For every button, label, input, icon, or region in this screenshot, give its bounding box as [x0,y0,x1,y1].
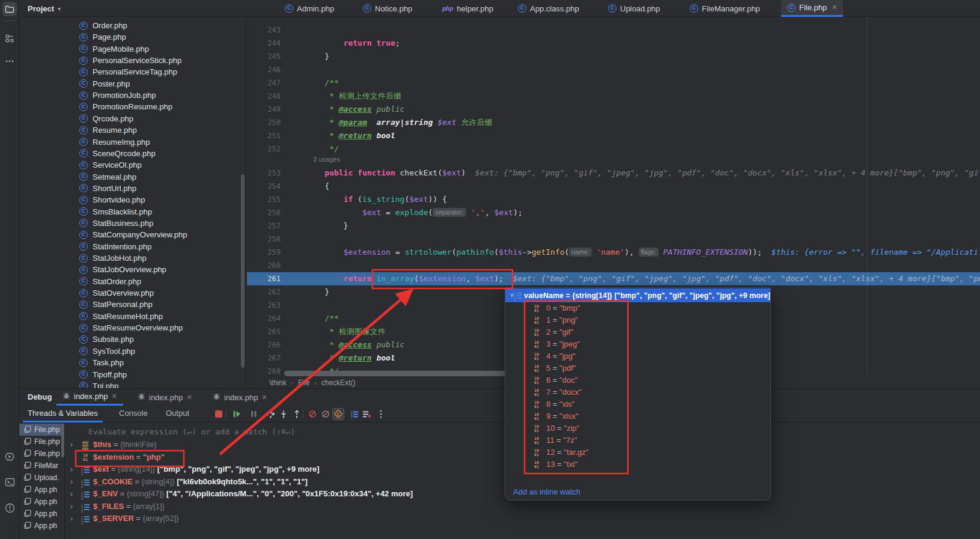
popup-item-4[interactable]: 10014 = "jpg" [505,351,770,363]
variable-row-_FILES[interactable]: ›123$_FILES = {array[1]} [65,501,980,513]
tree-item-statintention-php[interactable]: CStatIntention.php [19,241,246,252]
frames-scrollbar[interactable] [61,424,64,457]
popup-item-10[interactable]: 100110 = "zip" [505,423,770,435]
chevron-right-icon[interactable]: › [70,440,73,449]
frame-row-1[interactable]: File.php [19,424,64,436]
frame-row-6[interactable]: App.ph [19,484,64,496]
more-options-icon[interactable] [375,408,387,420]
breadcrumb-item[interactable]: checkExt() [321,379,356,387]
tree-item-serviceol-php[interactable]: CServiceOl.php [19,159,246,171]
run-debug-icon[interactable] [2,449,17,464]
project-folder-icon[interactable] [2,2,17,16]
popup-item-8[interactable]: 10018 = "xls" [505,399,770,411]
tree-item-subsite-php[interactable]: CSubsite.php [19,333,246,345]
tab-filemanager-php[interactable]: CFileManager.php [684,0,766,17]
tree-item-sceneqrcode-php[interactable]: CSceneQrcode.php [19,148,246,159]
tree-item-personalservicetag-php[interactable]: CPersonalServiceTag.php [19,66,246,78]
structure-icon[interactable] [2,31,17,46]
tab-helper-php[interactable]: phphelper.php [436,0,499,17]
close-icon[interactable]: ✕ [832,4,837,11]
tab-app-class-php[interactable]: CApp.class.php [512,0,585,17]
debug-session-tab-1[interactable]: index.php✕ [56,389,123,406]
code-line-257[interactable]: 257 } [247,219,980,233]
code-line-248[interactable]: 248 * 检测上传文件后缀 [247,90,980,103]
tree-item-statbusiness-php[interactable]: CStatBusiness.php [19,218,246,229]
step-out-icon[interactable] [291,408,303,420]
code-line-258[interactable]: 258 [247,233,980,246]
debug-session-tab-3[interactable]: index.php✕ [207,389,273,406]
tree-item-page-php[interactable]: CPage.php [19,31,246,43]
tab-upload-php[interactable]: CUpload.php [602,0,666,17]
code-line-259[interactable]: 259 $extension = strtolower(pathinfo($th… [247,246,980,259]
popup-header-row[interactable]: ˅ 123 valueName = {string[14]} ["bmp", "… [505,288,770,302]
tree-item-task-php[interactable]: CTask.php [19,357,246,368]
tree-item-shortvideo-php[interactable]: CShortvideo.php [19,194,246,206]
resume-icon[interactable] [231,408,243,420]
tree-item-tipoff-php[interactable]: CTipoff.php [19,369,246,380]
tab-notice-php[interactable]: CNotice.php [357,0,418,17]
code-line-251[interactable]: 251 * @return bool [247,129,980,142]
terminal-icon[interactable] [2,475,17,489]
tab-admin-php[interactable]: CAdmin.php [279,0,340,17]
editor-horizontal-scrollbar[interactable] [284,371,522,376]
tree-item-statresumeoverview-php[interactable]: CStatResumeOverview.php [19,322,246,333]
tree-item-promotionjob-php[interactable]: CPromotionJob.php [19,90,246,101]
code-line-254[interactable]: 254 { [247,180,980,193]
mute-breakpoints-icon[interactable] [306,408,318,420]
tab-file-php[interactable]: CFile.php✕ [781,0,843,17]
popup-item-11[interactable]: 100111 = "7z" [505,435,770,447]
tree-item-statorder-php[interactable]: CStatOrder.php [19,276,246,287]
code-line-255[interactable]: 255 if (is_string($ext)) { [247,193,980,206]
tree-item-statpersonal-php[interactable]: CStatPersonal.php [19,299,246,310]
breakpoint-slash-icon[interactable] [320,408,332,420]
frame-row-5[interactable]: Upload. [19,472,64,484]
more-tools-icon[interactable] [2,54,17,69]
tree-item-personalservicestick-php[interactable]: CPersonalServiceStick.php [19,55,246,66]
code-line-246[interactable]: 246 [247,63,980,76]
code-line-243[interactable]: 243 [247,23,980,37]
popup-item-2[interactable]: 10012 = "gif" [505,327,770,339]
code-line-250[interactable]: 250 * @param array|string $ext 允许后缀 [247,116,980,129]
frame-row-8[interactable]: App.ph [19,508,64,520]
project-switcher[interactable]: Project ▾ [28,0,61,17]
frame-row-3[interactable]: File.php [19,448,64,460]
tree-item-statjobhot-php[interactable]: CStatJobHot.php [19,252,246,264]
frame-row-9[interactable]: App.ph [19,520,64,532]
step-over-icon[interactable] [264,408,276,420]
tree-item-statcompanyoverview-php[interactable]: CStatCompanyOverview.php [19,229,246,240]
tree-item-qrcode-php[interactable]: CQrcode.php [19,113,246,124]
tree-item-statoverview-php[interactable]: CStatOverview.php [19,287,246,299]
add-inline-watch-link[interactable]: Add as inline watch [513,487,580,496]
code-line-252[interactable]: 252 */ [247,142,980,156]
tree-item-resume-php[interactable]: CResume.php [19,124,246,136]
chevron-right-icon[interactable]: › [70,490,73,498]
breadcrumb-item[interactable]: \think [269,379,287,387]
tree-item-order-php[interactable]: COrder.php [19,20,246,31]
evaluate-expression-input[interactable]: Evaluate expression (↵) or add a watch (… [88,427,295,436]
code-line-253[interactable]: 253 public function checkExt($ext) $ext:… [247,166,980,180]
chevron-right-icon[interactable]: › [70,502,73,511]
tree-item-setmeal-php[interactable]: CSetmeal.php [19,171,246,183]
view-tab-output[interactable]: Output [161,406,194,422]
popup-item-9[interactable]: 10019 = "xlsx" [505,411,770,423]
tree-item-pagemobile-php[interactable]: CPageMobile.php [19,43,246,55]
frame-row-7[interactable]: App.ph [19,496,64,508]
frame-row-4[interactable]: FileMar [19,460,64,472]
tree-item-promotionresume-php[interactable]: CPromotionResume.php [19,101,246,112]
debug-session-tab-2[interactable]: index.php✕ [132,389,198,406]
add-watch-icon[interactable] [361,408,373,420]
problems-icon[interactable] [2,501,17,515]
breadcrumb-item[interactable]: File [298,379,309,387]
popup-item-12[interactable]: 100112 = "tar.gz" [505,447,770,459]
code-line-256[interactable]: 256 $ext = explode(separator: ',', $ext)… [247,206,980,219]
tree-item-tpl-php[interactable]: CTpl.php [19,380,246,388]
usages-annotation[interactable]: 3 usages [247,156,980,166]
close-icon[interactable]: ✕ [111,392,117,400]
code-line-245[interactable]: 245 } [247,50,980,63]
chevron-right-icon[interactable]: › [70,514,73,523]
popup-item-1[interactable]: 10011 = "png" [505,315,770,327]
close-icon[interactable]: ✕ [186,394,192,401]
popup-item-3[interactable]: 10013 = "jpeg" [505,339,770,351]
code-line-247[interactable]: 247 /** [247,76,980,90]
view-tab-threads-variables[interactable]: Threads & Variables [23,406,103,422]
